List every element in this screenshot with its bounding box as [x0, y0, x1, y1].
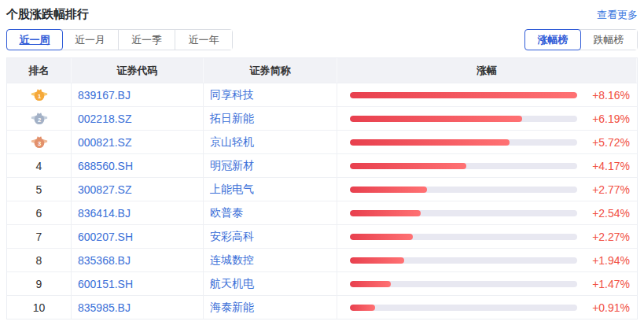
rank-cell: 8	[7, 249, 72, 271]
change-bar-track	[350, 163, 577, 169]
change-percent: +8.16%	[577, 89, 637, 102]
change-bar-fill	[350, 139, 510, 146]
table-row[interactable]: 3 000821.SZ 京山轻机 +5.72%	[7, 130, 637, 153]
table-row[interactable]: 10 835985.BJ 海泰新能 +0.91%	[7, 295, 637, 319]
table-row[interactable]: 8 835368.BJ 连城数控 +1.94%	[7, 248, 637, 271]
stock-name[interactable]: 明冠新材	[204, 154, 337, 177]
tab-period-month[interactable]: 近一月	[62, 30, 119, 50]
change-bar-fill	[350, 234, 413, 240]
stock-code[interactable]: 688560.SH	[72, 154, 204, 177]
change-bar-track	[350, 210, 577, 216]
rank-cell: 2	[7, 107, 72, 130]
stock-code[interactable]: 000821.SZ	[72, 131, 204, 153]
col-header-name: 证券简称	[204, 58, 337, 83]
stock-name[interactable]: 安彩高科	[204, 225, 337, 248]
change-percent: +1.94%	[577, 254, 637, 267]
rank-number: 6	[36, 207, 42, 220]
bronze-medal-icon: 3	[31, 135, 48, 149]
svg-text:2: 2	[37, 116, 40, 124]
gold-medal-icon: 1	[31, 88, 48, 102]
rank-number: 10	[33, 301, 46, 314]
table-row[interactable]: 9 600151.SH 航天机电 +1.47%	[7, 271, 637, 295]
rank-cell: 3	[7, 131, 72, 153]
change-bar-fill	[350, 210, 421, 216]
table-row[interactable]: 2 002218.SZ 拓日新能 +6.19%	[7, 106, 637, 130]
change-bar-track	[350, 281, 577, 287]
change-percent: +2.54%	[577, 207, 637, 220]
rank-number: 5	[36, 183, 42, 196]
rank-cell: 10	[7, 296, 72, 319]
change-bar-track	[350, 257, 577, 264]
change-cell: +1.94%	[337, 249, 637, 271]
change-cell: +1.47%	[337, 272, 637, 295]
stock-name[interactable]: 同享科技	[204, 83, 337, 106]
rank-cell: 5	[7, 178, 72, 201]
table-row[interactable]: 1 839167.BJ 同享科技 +8.16%	[7, 83, 637, 106]
change-percent: +1.47%	[577, 278, 637, 290]
stock-code[interactable]: 600151.SH	[72, 272, 204, 295]
period-tab-group: 近一周 近一月 近一季 近一年	[6, 29, 233, 50]
stock-name[interactable]: 上能电气	[204, 178, 337, 201]
ranking-table: 排名 证券代码 证券简称 涨幅 1 839167.BJ 同享科技 +8.16%	[6, 57, 638, 319]
stock-code[interactable]: 836414.BJ	[72, 201, 204, 224]
svg-text:3: 3	[37, 140, 40, 147]
table-row[interactable]: 5 300827.SZ 上能电气 +2.77%	[7, 177, 637, 201]
change-cell: +2.54%	[337, 201, 637, 224]
col-header-rank: 排名	[7, 58, 72, 83]
change-bar-fill	[350, 116, 522, 122]
stock-code[interactable]: 839167.BJ	[72, 83, 204, 106]
change-bar-track	[350, 92, 577, 98]
view-more-link[interactable]: 查看更多	[597, 8, 638, 22]
rank-cell: 7	[7, 225, 72, 248]
stock-code[interactable]: 300827.SZ	[72, 178, 204, 201]
tab-gainers[interactable]: 涨幅榜	[524, 29, 581, 50]
board-tab-group: 涨幅榜 跌幅榜	[524, 29, 638, 50]
rank-cell: 1	[7, 83, 72, 106]
rank-number: 9	[36, 278, 42, 290]
change-cell: +6.19%	[337, 107, 637, 130]
stock-name[interactable]: 欧普泰	[204, 201, 337, 224]
rank-number: 4	[36, 160, 42, 172]
stock-code[interactable]: 835985.BJ	[72, 296, 204, 319]
stock-name[interactable]: 海泰新能	[204, 296, 337, 319]
stock-code[interactable]: 002218.SZ	[72, 107, 204, 130]
col-header-code: 证券代码	[72, 58, 204, 83]
filter-row: 近一周 近一月 近一季 近一年 涨幅榜 跌幅榜	[0, 22, 644, 50]
tab-period-year[interactable]: 近一年	[175, 30, 232, 50]
stock-name[interactable]: 连城数控	[204, 249, 337, 271]
tab-losers[interactable]: 跌幅榜	[580, 30, 637, 50]
change-cell: +8.16%	[337, 83, 637, 106]
rank-cell: 6	[7, 201, 72, 224]
stock-code[interactable]: 835368.BJ	[72, 249, 204, 271]
table-row[interactable]: 4 688560.SH 明冠新材 +4.17%	[7, 153, 637, 177]
change-percent: +6.19%	[577, 113, 637, 125]
change-percent: +4.17%	[577, 160, 637, 172]
change-bar-track	[350, 139, 577, 146]
change-cell: +5.72%	[337, 131, 637, 153]
change-bar-fill	[350, 281, 391, 287]
change-bar-track	[350, 187, 577, 193]
stock-name[interactable]: 航天机电	[204, 272, 337, 295]
col-header-change: 涨幅	[337, 58, 637, 83]
stock-name[interactable]: 京山轻机	[204, 131, 337, 153]
change-percent: +2.77%	[577, 183, 637, 196]
change-cell: +2.77%	[337, 178, 637, 201]
change-bar-fill	[350, 305, 375, 311]
page-title: 个股涨跌幅排行	[6, 7, 89, 22]
change-percent: +5.72%	[577, 136, 637, 149]
change-percent: +0.91%	[577, 301, 637, 314]
table-row[interactable]: 6 836414.BJ 欧普泰 +2.54%	[7, 201, 637, 224]
tab-period-week[interactable]: 近一周	[6, 29, 63, 50]
rank-cell: 4	[7, 154, 72, 177]
silver-medal-icon: 2	[31, 112, 48, 125]
widget-header: 个股涨跌幅排行 查看更多	[0, 0, 644, 22]
stock-code[interactable]: 600207.SH	[72, 225, 204, 248]
change-cell: +4.17%	[337, 154, 637, 177]
change-bar-track	[350, 305, 577, 311]
rank-number: 7	[36, 231, 42, 243]
tab-period-quarter[interactable]: 近一季	[119, 30, 175, 50]
table-row[interactable]: 7 600207.SH 安彩高科 +2.27%	[7, 224, 637, 248]
stock-name[interactable]: 拓日新能	[204, 107, 337, 130]
change-bar-fill	[350, 257, 404, 264]
stock-ranking-widget: 个股涨跌幅排行 查看更多 近一周 近一月 近一季 近一年 涨幅榜 跌幅榜 排名 …	[0, 0, 644, 325]
